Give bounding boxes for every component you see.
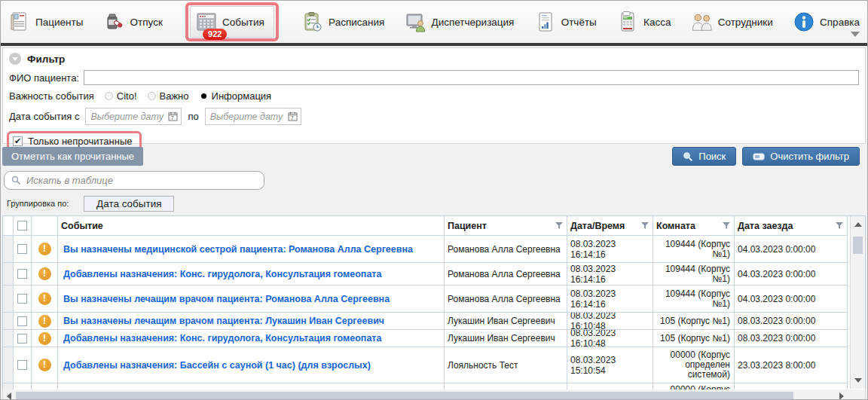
date-to-picker[interactable]: Выберите дату 7 <box>205 108 301 125</box>
tab-label: Расписания <box>329 17 384 28</box>
row-gutter <box>3 263 14 285</box>
scroll-right-arrow-icon[interactable] <box>839 392 844 400</box>
table-row[interactable]: ! Добавлены назначения: Конс. гирудолога… <box>3 263 865 285</box>
tab-cashdesk[interactable]: Касса <box>616 10 671 34</box>
toolbar-separator <box>1 43 867 46</box>
events-tab-highlight-annotation: События 922 <box>185 2 279 41</box>
row-checkbox[interactable] <box>17 269 27 279</box>
search-icon <box>683 151 693 162</box>
mark-as-read-button[interactable]: Отметить как прочитанные <box>2 147 143 166</box>
table-row[interactable]: ! Вы назначены лечащим врачом пациента: … <box>3 313 865 330</box>
app-window: Пациенты Отпуск События 922 Расписания <box>0 0 868 400</box>
datetime-cell: 08.03.2023 16:10:48 <box>567 313 653 330</box>
toolbar-overflow-arrow-icon[interactable] <box>851 32 860 37</box>
horizontal-scroll-thumb[interactable] <box>16 392 793 399</box>
select-all-checkbox[interactable] <box>17 221 27 231</box>
vertical-scrollbar[interactable] <box>850 216 865 389</box>
tab-help[interactable]: Справка <box>793 10 860 34</box>
scroll-left-arrow-icon[interactable] <box>7 392 11 400</box>
event-link[interactable]: Вы назначены лечащим врачом пациента: Ро… <box>58 285 445 313</box>
datetime-cell: 08.03.2023 15:10:54 <box>567 347 653 383</box>
events-count-badge: 922 <box>203 29 227 40</box>
filter-funnel-icon[interactable] <box>722 221 731 230</box>
header-patient[interactable]: Пациент <box>445 216 567 236</box>
tab-schedules[interactable]: Расписания <box>301 10 384 34</box>
clear-filter-button[interactable]: Очистить фильтр <box>742 147 860 166</box>
search-button[interactable]: Поиск <box>672 147 736 166</box>
tab-vacation[interactable]: Отпуск <box>103 10 163 34</box>
tab-employees[interactable]: Сотрудники <box>691 10 773 34</box>
row-checkbox[interactable] <box>17 316 27 326</box>
table-row[interactable]: ! Вы назначены медицинской сестрой пацие… <box>3 236 865 263</box>
warning-icon: ! <box>38 315 51 328</box>
clear-filter-icon <box>753 152 765 161</box>
radio-cito[interactable]: Cito! <box>105 90 137 102</box>
header-datetime[interactable]: Дата/Время <box>567 216 653 236</box>
horizontal-scrollbar[interactable] <box>2 389 866 400</box>
vertical-scroll-thumb[interactable] <box>853 237 863 254</box>
row-checkbox-cell <box>14 347 32 383</box>
calendar-icon: 7 <box>168 111 178 121</box>
filter-funnel-icon[interactable] <box>640 221 649 230</box>
grouping-chip-event-date[interactable]: Дата события <box>84 196 174 212</box>
header-arrival[interactable]: Дата заезда <box>735 216 848 236</box>
arrival-cell: 08.03.2023 0:00:00 <box>735 313 848 330</box>
filter-funnel-icon[interactable] <box>835 221 844 230</box>
table-row[interactable]: ! Вы назначены лечащим врачом пациента: … <box>3 285 865 313</box>
datetime-cell: 08.03.2023 16:14:16 <box>567 285 653 313</box>
date-from-label: Дата события с <box>9 111 79 122</box>
event-link[interactable]: Добавлены назначения: Конс. гирудолога, … <box>58 330 445 347</box>
arrival-cell: 08.03.2023 0:00:00 <box>735 330 848 347</box>
warning-icon: ! <box>38 267 51 280</box>
row-checkbox[interactable] <box>17 294 27 304</box>
table-header-row: Событие Пациент Дата/Время Комната Дата … <box>3 216 865 236</box>
tab-dispatch[interactable]: Диспетчеризация <box>405 10 515 34</box>
scroll-up-arrow-icon[interactable] <box>854 222 862 227</box>
table-row[interactable]: ! Добавлены назначения: Бассейн с сауной… <box>3 347 865 383</box>
row-checkbox[interactable] <box>17 360 27 370</box>
patient-cell: Лукашин Иван Сергеевич <box>445 313 567 330</box>
scroll-down-arrow-icon[interactable] <box>854 378 862 383</box>
event-link[interactable]: Добавлены назначения: Конс. гирудолога, … <box>58 263 445 285</box>
row-checkbox-cell <box>14 236 32 263</box>
row-checkbox[interactable] <box>17 334 27 344</box>
table-search-input[interactable]: Искать в таблице <box>4 171 264 190</box>
filter-funnel-icon[interactable] <box>555 221 564 230</box>
row-icon-cell: ! <box>32 347 58 383</box>
date-from-picker[interactable]: Выберите дату 7 <box>85 108 182 125</box>
reports-icon <box>534 10 557 34</box>
tab-events[interactable]: События 922 <box>190 6 274 38</box>
event-link[interactable]: Вы назначены лечащим врачом пациента: Лу… <box>58 313 445 330</box>
clear-filter-button-label: Очистить фильтр <box>770 151 849 162</box>
header-icon-col <box>32 216 58 236</box>
row-gutter <box>3 285 14 313</box>
event-link[interactable]: Вы назначены медицинской сестрой пациент… <box>58 236 445 263</box>
tab-patients[interactable]: Пациенты <box>8 10 83 34</box>
dispatch-icon <box>405 10 427 34</box>
patient-cell: Лукашин Иван Сергеевич <box>445 330 567 347</box>
filter-collapse-button[interactable] <box>9 53 21 65</box>
radio-information[interactable]: Информация <box>200 90 272 102</box>
datetime-cell: 08.03.2023 16:14:16 <box>567 236 653 263</box>
header-label: Событие <box>61 221 103 231</box>
header-room[interactable]: Комната <box>653 216 735 236</box>
tab-reports[interactable]: Отчёты <box>534 10 597 34</box>
filter-title: Фильтр <box>27 53 65 65</box>
svg-text:7: 7 <box>291 115 294 121</box>
tab-label: Сотрудники <box>718 17 773 28</box>
radio-important-icon <box>148 92 156 100</box>
row-checkbox[interactable] <box>17 244 27 254</box>
row-checkbox-cell <box>14 263 32 285</box>
fio-input[interactable] <box>84 70 859 85</box>
table-row[interactable]: ! Добавлены назначения: Конс. гирудолога… <box>3 330 865 347</box>
unread-checkbox[interactable] <box>13 136 23 146</box>
event-link[interactable]: Добавлены назначения: Бассейн с сауной (… <box>58 347 445 383</box>
header-event[interactable]: Событие <box>58 216 445 236</box>
tab-label: Справка <box>820 17 860 28</box>
employees-icon <box>691 10 714 34</box>
radio-important[interactable]: Важно <box>148 90 189 102</box>
row-icon-cell: ! <box>32 263 58 285</box>
events-table: Событие Пациент Дата/Время Комната Дата … <box>2 215 866 389</box>
header-label: Комната <box>656 221 695 231</box>
vacation-icon <box>103 10 126 34</box>
